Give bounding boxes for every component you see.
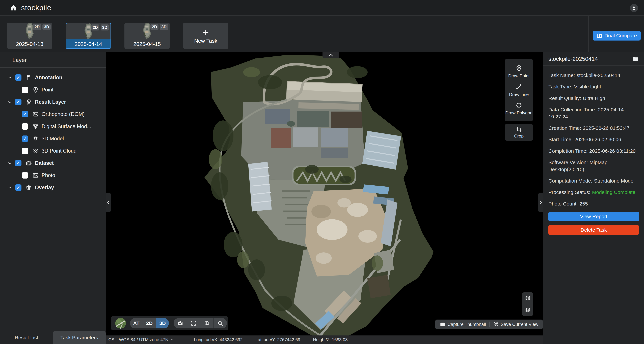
screenshot-button[interactable]: [174, 318, 187, 329]
zoom-in-button[interactable]: [200, 318, 214, 329]
task-card-2025-04-13[interactable]: 2D 3D 2025-04-13: [7, 23, 52, 49]
checkbox-annotation[interactable]: ✓: [15, 74, 22, 81]
task-card-2025-04-15[interactable]: 2D 3D 2025-04-15: [124, 23, 170, 49]
view-mode-3d[interactable]: 3D: [156, 318, 169, 329]
layer-label: 3D Model: [42, 136, 64, 142]
layer-label: Point: [42, 87, 54, 93]
cs-label: CS:: [108, 337, 116, 342]
tab-result-list[interactable]: Result List: [0, 331, 53, 344]
map-buttons: [174, 318, 227, 329]
badge-3d[interactable]: 3D: [160, 24, 168, 30]
fit-view-button[interactable]: [187, 318, 200, 329]
checkbox-photo[interactable]: [22, 172, 28, 178]
point-cloud-icon: [32, 147, 39, 155]
layer-row-dataset[interactable]: ✓ Dataset: [0, 157, 106, 169]
folder-icon[interactable]: [632, 55, 639, 62]
checkbox-point[interactable]: [22, 87, 28, 93]
field-software-version: Software Version:MipMap Desktop(2.0.10): [548, 159, 639, 173]
layer-label: Annotation: [35, 75, 62, 81]
chevron-down-icon[interactable]: [8, 185, 12, 190]
delete-task-button[interactable]: Delete Task: [548, 225, 639, 235]
layer-row-3d-model[interactable]: ✓ 3D Model: [0, 133, 106, 145]
minimap-thumbnail[interactable]: [115, 318, 126, 329]
layer-row-result-layer[interactable]: ✓ Result Layer: [0, 96, 106, 108]
shaded-cube-button[interactable]: [524, 306, 532, 314]
details-body: Task Name:stockpile-20250414 Task Type:V…: [544, 66, 644, 235]
checkbox-dsm[interactable]: [22, 123, 28, 130]
zoom-out-button[interactable]: [214, 318, 227, 329]
chevron-down-icon[interactable]: [8, 161, 12, 166]
zoom-in-icon: [204, 320, 210, 327]
field-creation-time: Creation Time:2025-06-26 01:53:47: [548, 125, 639, 132]
layer-row-overlay[interactable]: ✓ Overlay: [0, 181, 106, 194]
task-date: 2025-04-15: [124, 39, 170, 49]
layer-label: Dataset: [35, 160, 54, 166]
layer-row-dsm[interactable]: Digital Surface Mod...: [0, 120, 106, 133]
collapse-right-tab[interactable]: [538, 193, 544, 212]
checkbox-3d-model[interactable]: ✓: [22, 136, 28, 142]
field-start-time: Start Time:2025-06-26 02:30:06: [548, 136, 639, 143]
checkbox-overlay[interactable]: ✓: [15, 184, 22, 191]
badge-2d[interactable]: 2D: [91, 24, 100, 30]
crop-button[interactable]: Crop: [505, 124, 533, 141]
view-mode-2d[interactable]: 2D: [143, 318, 156, 329]
checkbox-result-layer[interactable]: ✓: [15, 99, 22, 105]
chevron-left-icon: [106, 200, 110, 205]
chevron-down-icon[interactable]: [170, 338, 174, 342]
badge-2d[interactable]: 2D: [150, 24, 159, 30]
task-thumbnail: 2D 3D: [7, 23, 52, 39]
dual-compare-button[interactable]: Dual Compare: [593, 31, 641, 40]
view-report-button[interactable]: View Report: [548, 212, 639, 221]
checkbox-orthophoto[interactable]: ✓: [22, 111, 28, 117]
badge-3d[interactable]: 3D: [42, 24, 51, 30]
field-task-type: Task Type:Visible Light: [548, 83, 639, 90]
3d-model-icon: [32, 135, 39, 142]
checkbox-point-cloud[interactable]: [22, 148, 28, 154]
home-button[interactable]: [9, 3, 18, 12]
layer-label: Overlay: [35, 184, 54, 190]
layer-row-photo[interactable]: Photo: [0, 169, 106, 181]
new-task-label: New Task: [194, 38, 217, 44]
save-current-view-button[interactable]: Save Current View: [490, 322, 542, 327]
draw-polygon-button[interactable]: Draw Polygon: [505, 102, 532, 116]
draw-point-label: Draw Point: [508, 73, 530, 79]
wireframe-cube-button[interactable]: [524, 294, 532, 302]
chevron-down-icon[interactable]: [8, 75, 12, 80]
badge-group: 2D 3D: [33, 24, 51, 30]
layer-row-point-cloud[interactable]: 3D Point Cloud: [0, 145, 106, 157]
field-processing-status: Processing Status:Modeling Complete: [548, 189, 639, 196]
layer-label: Digital Surface Mod...: [42, 123, 91, 130]
chevron-down-icon[interactable]: [8, 100, 12, 105]
collapse-top-tab[interactable]: [322, 52, 339, 58]
dual-compare-label: Dual Compare: [604, 33, 637, 38]
user-avatar-button[interactable]: [630, 4, 638, 12]
checkbox-dataset[interactable]: ✓: [15, 160, 22, 166]
task-card-2025-04-14[interactable]: 2D 3D 2025-04-14: [66, 23, 111, 49]
view-mode-at[interactable]: AT: [130, 318, 143, 329]
field-data-collection-time: Data Collection Time:2025-04-14 19:27:24: [548, 106, 639, 120]
view-cube-panel: [522, 292, 533, 316]
height-readout: Height/Z: 1683.08: [313, 337, 348, 342]
tab-task-parameters[interactable]: Task Parameters: [53, 331, 106, 344]
layer-label: Photo: [42, 172, 55, 178]
draw-line-button[interactable]: Draw Line: [509, 83, 528, 97]
badge-3d[interactable]: 3D: [100, 24, 109, 30]
layer-row-orthophoto[interactable]: ✓ Orthophoto (DOM): [0, 108, 106, 120]
draw-polygon-icon: [515, 102, 522, 109]
map-viewport[interactable]: Draw Point Draw Line Draw Polygon Crop: [106, 52, 544, 336]
app-title: stockpile: [21, 3, 51, 12]
field-photo-count: Photo Count:255: [548, 200, 639, 207]
draw-polygon-label: Draw Polygon: [505, 110, 532, 116]
new-task-button[interactable]: + New Task: [183, 23, 228, 49]
result-layer-icon: [25, 98, 32, 106]
plus-icon: +: [203, 27, 209, 37]
draw-point-button[interactable]: Draw Point: [508, 65, 530, 79]
layer-row-annotation[interactable]: ✓ Annotation: [0, 71, 106, 84]
layer-row-point[interactable]: Point: [0, 84, 106, 96]
badge-2d[interactable]: 2D: [33, 24, 41, 30]
capture-thumbnail-button[interactable]: Capture Thumbnail: [436, 322, 489, 327]
layer-panel-title: Layer: [0, 52, 106, 67]
cs-selector[interactable]: WGS 84 / UTM zone 47N: [119, 337, 168, 342]
collapse-left-tab[interactable]: [106, 193, 111, 212]
save-current-view-label: Save Current View: [500, 322, 538, 327]
